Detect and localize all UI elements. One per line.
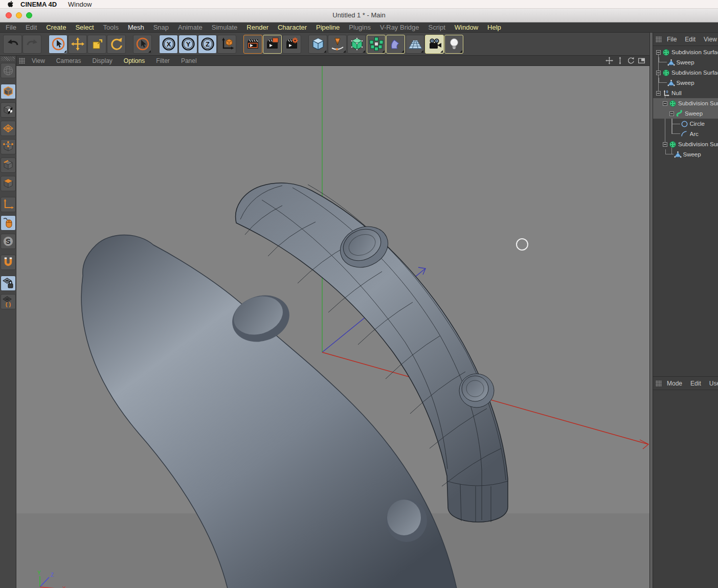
menu-create[interactable]: Create xyxy=(41,24,71,31)
attribute-manager-menu-edit[interactable]: Edit xyxy=(686,380,705,387)
window-title-bar: Untitled 1 * - Main xyxy=(0,9,718,22)
tree-row-sweep[interactable]: Sweep xyxy=(653,78,718,88)
attribute-manager-menu-mode[interactable]: Mode xyxy=(663,380,686,387)
axis-x-icon: X xyxy=(161,36,176,52)
expand-collapse-toggle[interactable] xyxy=(656,71,661,75)
expand-collapse-toggle[interactable] xyxy=(663,142,667,147)
scale-button[interactable] xyxy=(87,35,106,54)
panel-grip-handle[interactable] xyxy=(656,36,662,42)
macos-app-name[interactable]: CINEMA 4D xyxy=(20,1,57,8)
expand-collapse-toggle[interactable] xyxy=(656,91,661,96)
workplane-mode-button[interactable] xyxy=(1,121,16,136)
menu-file[interactable]: File xyxy=(1,24,21,31)
array-button[interactable] xyxy=(367,35,386,54)
menu-tools[interactable]: Tools xyxy=(99,24,123,31)
panel-splitter[interactable] xyxy=(649,33,653,588)
menu-v-ray-bridge[interactable]: V-Ray Bridge xyxy=(375,24,424,31)
add-cube-button[interactable] xyxy=(308,35,327,54)
gizmo-z-label: Z xyxy=(51,572,54,578)
rotate-button[interactable] xyxy=(107,35,126,54)
lock-y-axis-button[interactable]: Y xyxy=(178,35,197,54)
edit-render-settings-button[interactable] xyxy=(282,35,301,54)
move-button[interactable] xyxy=(68,35,87,54)
expand-collapse-toggle[interactable] xyxy=(656,50,661,55)
viewport-menu-cameras[interactable]: Cameras xyxy=(51,57,87,64)
points-mode-button[interactable] xyxy=(1,139,16,154)
menu-edit[interactable]: Edit xyxy=(21,24,41,31)
texture-mode-button[interactable] xyxy=(1,102,16,118)
pan-view-icon[interactable] xyxy=(605,57,613,64)
tree-row-subdivision-surface[interactable]: Subdivision Surface xyxy=(653,139,718,149)
render-view-button[interactable] xyxy=(243,35,262,54)
menu-script[interactable]: Script xyxy=(424,24,450,31)
camera-button[interactable] xyxy=(425,35,444,54)
subdivision-surface-tree-icon xyxy=(669,100,677,107)
render-to-picture-viewer-button[interactable] xyxy=(263,35,282,54)
tweak-mode-button[interactable] xyxy=(1,215,16,231)
viewport-menu-options[interactable]: Options xyxy=(118,57,150,64)
pen-spline-button[interactable] xyxy=(328,35,347,54)
tree-row-sweep[interactable]: Sweep xyxy=(653,149,718,160)
menu-mesh[interactable]: Mesh xyxy=(123,24,149,31)
object-manager-menu-view[interactable]: View xyxy=(700,36,718,43)
enable-axis-button[interactable] xyxy=(1,197,16,212)
subdivision-surface-button[interactable] xyxy=(347,35,366,54)
tree-row-sweep[interactable]: Sweep xyxy=(653,108,718,119)
panel-grip-handle[interactable] xyxy=(656,380,662,387)
make-editable-button[interactable] xyxy=(1,63,16,78)
attribute-manager-menu-user[interactable]: User xyxy=(705,380,718,387)
edges-mode-button[interactable] xyxy=(1,157,16,173)
tree-row-subdivision-surface[interactable]: Subdivision Surface xyxy=(653,98,718,108)
coordinate-system-button[interactable] xyxy=(217,35,236,54)
zoom-view-icon[interactable] xyxy=(616,57,624,64)
viewport-menu-filter[interactable]: Filter xyxy=(150,57,175,64)
menu-snap[interactable]: Snap xyxy=(149,24,173,31)
menu-help[interactable]: Help xyxy=(483,24,506,31)
deformer-button[interactable] xyxy=(386,35,405,54)
tree-row-subdivision-surface[interactable]: Subdivision Surface xyxy=(653,67,718,78)
model-mode-icon xyxy=(2,85,14,98)
light-button[interactable] xyxy=(444,35,463,54)
mode-toolbar: S( ) xyxy=(0,56,16,588)
viewport-menu-display[interactable]: Display xyxy=(86,57,118,64)
menu-animate[interactable]: Animate xyxy=(173,24,207,31)
tree-row-null[interactable]: 0Null xyxy=(653,88,718,98)
tree-row-circle[interactable]: Circle xyxy=(653,119,718,129)
menu-render[interactable]: Render xyxy=(242,24,273,31)
viewport-menu-panel[interactable]: Panel xyxy=(175,57,203,64)
last-used-tool-button[interactable] xyxy=(133,35,152,54)
lock-z-axis-button[interactable]: Z xyxy=(198,35,217,54)
polygons-mode-button[interactable] xyxy=(1,176,16,191)
menu-character[interactable]: Character xyxy=(273,24,311,31)
floor-button[interactable] xyxy=(406,35,424,54)
expand-collapse-toggle[interactable] xyxy=(669,111,674,116)
tree-row-arc[interactable]: Arc xyxy=(653,129,718,139)
tree-row-sweep[interactable]: Sweep xyxy=(653,57,718,67)
rotate-view-icon[interactable] xyxy=(627,57,635,64)
object-manager-menu-edit[interactable]: Edit xyxy=(681,36,700,43)
toggle-panel-icon[interactable] xyxy=(638,57,645,64)
toolbar-grip-handle[interactable] xyxy=(1,57,15,61)
object-manager-menu-file[interactable]: File xyxy=(663,36,681,43)
macos-menu-window[interactable]: Window xyxy=(68,1,92,8)
menu-window[interactable]: Window xyxy=(450,24,483,31)
menu-plugins[interactable]: Plugins xyxy=(344,24,375,31)
apple-icon[interactable] xyxy=(7,1,14,8)
expand-collapse-toggle[interactable] xyxy=(663,101,667,106)
workplane-options-button[interactable]: ( ) xyxy=(1,294,16,309)
viewport-canvas[interactable]: Y Z X xyxy=(16,66,649,588)
lock-workplane-button[interactable] xyxy=(1,276,16,291)
live-selection-button[interactable] xyxy=(49,35,68,54)
snap-settings-button[interactable]: S xyxy=(1,234,16,249)
lock-x-axis-button[interactable]: X xyxy=(159,35,178,54)
undo-button[interactable] xyxy=(3,35,22,54)
menu-select[interactable]: Select xyxy=(71,24,98,31)
viewport-menu-view[interactable]: View xyxy=(26,57,51,64)
redo-button[interactable] xyxy=(23,35,41,54)
menu-simulate[interactable]: Simulate xyxy=(207,24,242,31)
panel-grip-handle[interactable] xyxy=(19,58,25,64)
model-mode-button[interactable] xyxy=(1,84,16,99)
enable-snapping-button[interactable] xyxy=(1,255,16,270)
menu-pipeline[interactable]: Pipeline xyxy=(311,24,344,31)
tree-row-subdivision-surface[interactable]: Subdivision Surface xyxy=(653,47,718,57)
